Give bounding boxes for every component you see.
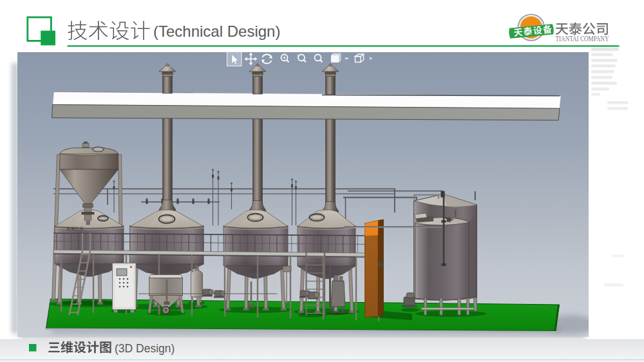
svg-text:TIANTAI COMPANY: TIANTAI COMPANY bbox=[556, 34, 609, 43]
svg-text:(Technical Design): (Technical Design) bbox=[153, 23, 280, 40]
svg-text:(3D Design): (3D Design) bbox=[115, 342, 175, 355]
